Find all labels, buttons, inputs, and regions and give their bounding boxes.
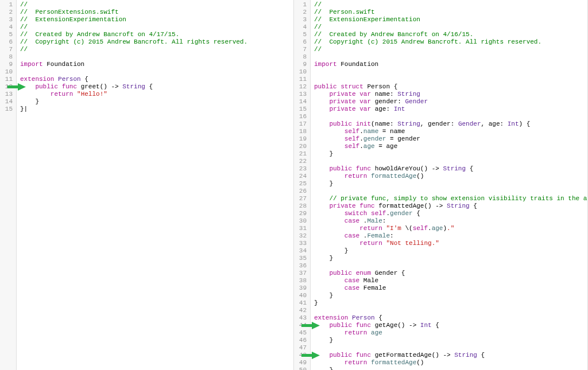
code-token: Int bbox=[420, 322, 432, 329]
code-line[interactable]: } bbox=[314, 180, 588, 188]
line-number: 49 bbox=[296, 359, 307, 367]
code-line[interactable]: // Created by Andrew Bancroft on 4/17/15… bbox=[20, 31, 293, 38]
line-number: 50 bbox=[296, 367, 307, 370]
code-token bbox=[314, 277, 345, 284]
code-line[interactable]: public func getFormattedAge() -> String … bbox=[314, 352, 588, 359]
code-token bbox=[314, 202, 329, 209]
code-line[interactable]: case Female bbox=[314, 285, 588, 292]
code-line[interactable]: // Copyright (c) 2015 Andrew Bancroft. A… bbox=[314, 38, 588, 46]
code-line[interactable]: return formattedAge() bbox=[314, 173, 588, 180]
code-line[interactable]: // PersonExtensions.swift bbox=[20, 9, 293, 16]
code-line[interactable]: } bbox=[314, 367, 588, 370]
code-line[interactable]: // bbox=[314, 24, 588, 31]
code-line[interactable]: // bbox=[20, 46, 293, 53]
code-line[interactable]: return "Not telling." bbox=[314, 240, 588, 247]
code-line[interactable] bbox=[314, 53, 588, 61]
code-token: public bbox=[329, 270, 352, 276]
code-token: Female bbox=[359, 285, 386, 291]
code-line[interactable]: return "I'm \(self.age)." bbox=[314, 225, 588, 232]
code-token bbox=[352, 352, 356, 359]
code-line[interactable]: public struct Person { bbox=[314, 83, 588, 91]
code-line[interactable]: return formattedAge() bbox=[314, 359, 588, 367]
code-line[interactable]: self.name = name bbox=[314, 128, 588, 135]
code-token: func bbox=[356, 352, 371, 359]
code-line[interactable]: } bbox=[314, 337, 588, 344]
code-token: Female bbox=[367, 232, 390, 239]
code-line[interactable]: switch self.gender { bbox=[314, 210, 588, 217]
code-line[interactable]: } bbox=[314, 255, 588, 262]
code-line[interactable]: case Male bbox=[314, 277, 588, 285]
code-line[interactable]: return "Hello!" bbox=[20, 91, 293, 98]
code-line[interactable]: }| bbox=[20, 106, 293, 113]
code-line[interactable]: case .Male: bbox=[314, 217, 588, 225]
editor-pane-right[interactable]: 1234567891011121314151617181920212223242… bbox=[294, 0, 588, 370]
code-area-right[interactable]: //// Person.swift// ExtensionExperimenta… bbox=[311, 0, 588, 370]
code-token: private bbox=[329, 98, 355, 105]
line-number: 39 bbox=[296, 285, 307, 292]
code-line[interactable]: public func getAge() -> Int { bbox=[314, 322, 588, 329]
code-line[interactable]: private var gender: Gender bbox=[314, 98, 588, 106]
code-line[interactable]: } bbox=[314, 150, 588, 158]
line-number: 28 bbox=[296, 202, 307, 210]
code-line[interactable] bbox=[314, 68, 588, 76]
code-line[interactable]: private var age: Int bbox=[314, 106, 588, 113]
line-number: 22 bbox=[296, 158, 307, 165]
code-token bbox=[314, 352, 329, 359]
code-line[interactable] bbox=[314, 307, 588, 314]
line-number: 43 bbox=[296, 314, 307, 322]
code-line[interactable] bbox=[314, 76, 588, 83]
code-line[interactable]: // ExtensionExperimentation bbox=[314, 16, 588, 24]
code-line[interactable]: // private func, simply to show extensio… bbox=[314, 195, 588, 202]
code-line[interactable]: import Foundation bbox=[20, 61, 293, 68]
code-line[interactable]: public enum Gender { bbox=[314, 270, 588, 277]
code-line[interactable]: } bbox=[20, 98, 293, 106]
code-line[interactable]: private func formattedAge() -> String { bbox=[314, 202, 588, 210]
code-line[interactable]: public func howOldAreYou() -> String { bbox=[314, 165, 588, 173]
code-line[interactable]: // bbox=[20, 24, 293, 31]
code-area-left[interactable]: //// PersonExtensions.swift// ExtensionE… bbox=[17, 0, 293, 370]
code-line[interactable]: } bbox=[314, 292, 588, 299]
code-line[interactable] bbox=[20, 53, 293, 61]
code-line[interactable]: } bbox=[314, 299, 588, 307]
code-line[interactable] bbox=[314, 262, 588, 270]
code-line[interactable]: public func greet() -> String { bbox=[20, 83, 293, 91]
code-token: var bbox=[359, 91, 371, 98]
code-line[interactable]: extension Person { bbox=[20, 76, 293, 83]
line-number: 13 bbox=[2, 91, 13, 98]
code-line[interactable]: extension Person { bbox=[314, 314, 588, 322]
line-number: 33 bbox=[296, 240, 307, 247]
code-line[interactable]: // ExtensionExperimentation bbox=[20, 16, 293, 24]
code-token: // Created by Andrew Bancroft on 4/16/15… bbox=[314, 31, 473, 38]
code-token bbox=[314, 98, 329, 105]
code-token: Male bbox=[359, 277, 378, 284]
code-line[interactable]: return age bbox=[314, 329, 588, 337]
line-number: 4 bbox=[2, 24, 13, 31]
code-line[interactable]: // bbox=[314, 46, 588, 53]
editor-pane-left[interactable]: 123456789101112131415 //// PersonExtensi… bbox=[0, 0, 294, 370]
code-line[interactable] bbox=[314, 113, 588, 120]
code-line[interactable] bbox=[314, 188, 588, 195]
code-line[interactable]: // Person.swift bbox=[314, 9, 588, 16]
code-token: // bbox=[20, 24, 28, 30]
code-line[interactable] bbox=[314, 344, 588, 352]
code-line[interactable]: public init(name: String, gender: Gender… bbox=[314, 120, 588, 128]
code-line[interactable]: import Foundation bbox=[314, 61, 588, 68]
line-number: 42 bbox=[296, 307, 307, 314]
code-line[interactable]: self.age = age bbox=[314, 143, 588, 150]
code-token: gender: bbox=[371, 98, 405, 105]
code-line[interactable] bbox=[20, 68, 293, 76]
code-token: return bbox=[359, 225, 382, 232]
code-line[interactable]: self.gender = gender bbox=[314, 135, 588, 143]
code-line[interactable]: case .Female: bbox=[314, 232, 588, 240]
code-line[interactable]: // bbox=[314, 1, 588, 9]
code-line[interactable]: // Created by Andrew Bancroft on 4/16/15… bbox=[314, 31, 588, 38]
code-line[interactable]: private var name: String bbox=[314, 91, 588, 98]
code-token bbox=[314, 195, 329, 202]
code-token: // private func, simply to show extensio… bbox=[329, 195, 588, 202]
code-line[interactable] bbox=[314, 158, 588, 165]
code-line[interactable]: } bbox=[314, 247, 588, 255]
line-number: 19 bbox=[296, 135, 307, 143]
code-line[interactable]: // Copyright (c) 2015 Andrew Bancroft. A… bbox=[20, 38, 293, 46]
code-token: Int bbox=[508, 120, 519, 127]
code-line[interactable]: // bbox=[20, 1, 293, 9]
